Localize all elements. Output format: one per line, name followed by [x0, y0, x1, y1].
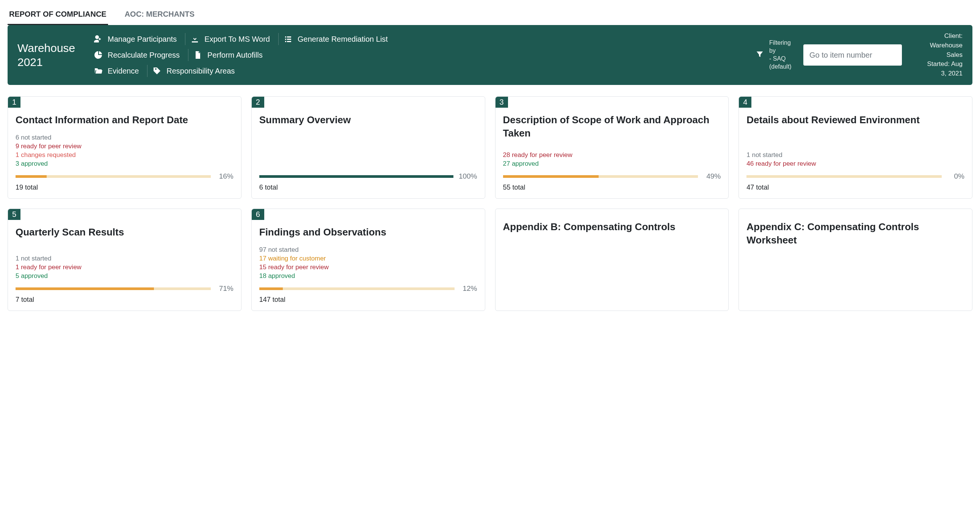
folder-open-icon — [93, 66, 103, 76]
perform-autofills-button[interactable]: Perform Autofills — [189, 47, 270, 63]
manage-participants-button[interactable]: Manage Participants — [89, 31, 184, 47]
card-title: Details about Reviewed Environment — [746, 113, 964, 127]
card-status-block: 1 not started 1 ready for peer review 5 … — [16, 255, 234, 280]
status-waiting-customer: 17 waiting for customer — [259, 255, 477, 263]
card-title: Description of Scope of Work and Approac… — [503, 113, 721, 140]
action-label: Evidence — [108, 67, 139, 75]
card-status-block: 28 ready for peer review 27 approved — [503, 151, 721, 168]
goto-item-input[interactable] — [803, 45, 902, 65]
card-total: 55 total — [503, 183, 721, 191]
funnel-icon — [756, 50, 764, 60]
evidence-button[interactable]: Evidence — [89, 63, 146, 79]
section-card-appendix-c[interactable]: Appendix C: Compensating Controls Worksh… — [738, 209, 972, 311]
action-label: Generate Remediation List — [298, 35, 388, 44]
user-plus-icon — [93, 34, 103, 44]
progress-percent: 100% — [459, 172, 477, 180]
export-word-button[interactable]: Export To MS Word — [186, 31, 277, 47]
progress-percent: 16% — [216, 172, 234, 180]
progress-percent: 49% — [703, 172, 721, 180]
action-label: Manage Participants — [108, 35, 177, 44]
card-total: 7 total — [16, 296, 234, 304]
progress-bar — [16, 287, 211, 290]
status-peer-review: 15 ready for peer review — [259, 263, 477, 272]
status-not-started: 1 not started — [16, 255, 234, 263]
action-label: Export To MS Word — [204, 35, 270, 44]
card-number: 4 — [739, 97, 751, 108]
download-icon — [190, 34, 200, 44]
card-status-block: 97 not started 17 waiting for customer 1… — [259, 246, 477, 280]
toolbar-actions: Manage Participants Export To MS Word Ge… — [89, 31, 748, 79]
card-status-block: 6 not started 9 ready for peer review 1 … — [16, 134, 234, 168]
progress-row: 100% — [259, 172, 477, 180]
toolbar-banner: Warehouse 2021 Manage Participants Expor… — [8, 25, 972, 85]
section-card-6[interactable]: 6 Findings and Observations 97 not start… — [251, 209, 485, 311]
card-title: Appendix B: Compensating Controls — [503, 220, 721, 234]
filter-block[interactable]: Filtering by - SAQ (default) — [756, 39, 796, 70]
card-number: 3 — [495, 97, 508, 108]
filter-text: Filtering by - SAQ (default) — [769, 39, 796, 70]
status-peer-review: 28 ready for peer review — [503, 151, 721, 159]
card-number: 1 — [8, 97, 21, 108]
status-approved: 5 approved — [16, 272, 234, 280]
progress-fill — [16, 287, 154, 290]
card-number: 6 — [252, 209, 264, 220]
tab-report-of-compliance[interactable]: REPORT OF COMPLIANCE — [8, 6, 108, 25]
card-title: Contact Information and Report Date — [16, 113, 234, 127]
status-approved: 18 approved — [259, 272, 477, 280]
progress-bar — [746, 175, 942, 178]
progress-percent: 0% — [947, 172, 964, 180]
progress-row: 0% — [746, 172, 964, 180]
progress-fill — [503, 175, 599, 178]
card-title: Findings and Observations — [259, 226, 477, 239]
progress-percent: 12% — [460, 284, 477, 293]
section-cards-grid: 1 Contact Information and Report Date 6 … — [8, 96, 972, 311]
separator — [278, 33, 278, 45]
tab-aoc-merchants[interactable]: AOC: MERCHANTS — [123, 6, 196, 25]
card-total: 47 total — [746, 183, 964, 191]
progress-bar — [259, 175, 453, 178]
progress-bar — [503, 175, 698, 178]
project-title: Warehouse 2021 — [18, 41, 82, 69]
progress-fill — [259, 287, 283, 290]
section-card-2[interactable]: 2 Summary Overview 100% 6 total — [251, 96, 485, 199]
progress-row: 49% — [503, 172, 721, 180]
section-card-1[interactable]: 1 Contact Information and Report Date 6 … — [8, 96, 242, 199]
separator — [188, 49, 188, 61]
status-peer-review: 46 ready for peer review — [746, 159, 964, 168]
status-not-started: 6 not started — [16, 134, 234, 142]
section-card-appendix-b[interactable]: Appendix B: Compensating Controls — [495, 209, 729, 311]
progress-row: 12% — [259, 284, 477, 293]
progress-row: 71% — [16, 284, 234, 293]
status-peer-review: 9 ready for peer review — [16, 142, 234, 151]
file-icon — [193, 50, 203, 60]
responsibility-areas-button[interactable]: Responsibility Areas — [148, 63, 242, 79]
card-title: Quarterly Scan Results — [16, 226, 234, 239]
list-icon — [283, 34, 293, 44]
section-card-4[interactable]: 4 Details about Reviewed Environment 1 n… — [738, 96, 972, 199]
progress-bar — [259, 287, 455, 290]
card-number: 2 — [252, 97, 264, 108]
status-not-started: 1 not started — [746, 151, 964, 159]
card-status-block: 1 not started 46 ready for peer review — [746, 151, 964, 168]
card-title: Summary Overview — [259, 113, 477, 127]
generate-remediation-button[interactable]: Generate Remediation List — [279, 31, 395, 47]
tag-icon — [152, 66, 162, 76]
status-changes-requested: 1 changes requested — [16, 151, 234, 159]
status-peer-review: 1 ready for peer review — [16, 263, 234, 272]
card-title: Appendix C: Compensating Controls Worksh… — [746, 220, 964, 247]
card-total: 147 total — [259, 296, 477, 304]
card-total: 19 total — [16, 183, 234, 191]
status-approved: 27 approved — [503, 159, 721, 168]
card-number: 5 — [8, 209, 21, 220]
status-not-started: 97 not started — [259, 246, 477, 255]
action-label: Responsibility Areas — [166, 67, 235, 75]
action-label: Perform Autofills — [207, 51, 263, 59]
recalculate-progress-button[interactable]: Recalculate Progress — [89, 47, 187, 63]
card-total: 6 total — [259, 183, 477, 191]
separator — [147, 65, 148, 77]
section-card-3[interactable]: 3 Description of Scope of Work and Appro… — [495, 96, 729, 199]
separator — [185, 33, 185, 45]
progress-fill — [16, 175, 47, 178]
section-card-5[interactable]: 5 Quarterly Scan Results 1 not started 1… — [8, 209, 242, 311]
status-approved: 3 approved — [16, 159, 234, 168]
